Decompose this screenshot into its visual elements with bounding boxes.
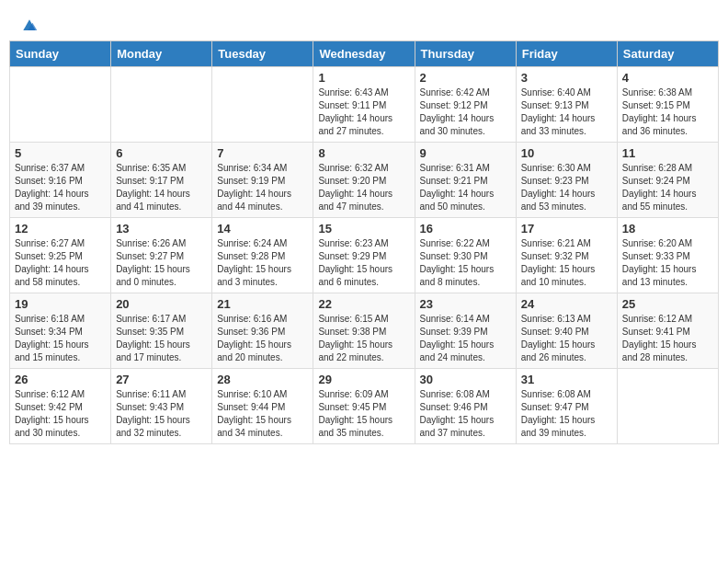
day-number: 18 bbox=[622, 222, 713, 236]
calendar-day-cell: 24Sunrise: 6:13 AM Sunset: 9:40 PM Dayli… bbox=[516, 293, 617, 369]
calendar-day-cell: 15Sunrise: 6:23 AM Sunset: 9:29 PM Dayli… bbox=[313, 218, 415, 293]
calendar-day-header: Wednesday bbox=[313, 41, 415, 67]
day-info: Sunrise: 6:18 AM Sunset: 9:34 PM Dayligh… bbox=[15, 313, 106, 364]
day-number: 10 bbox=[521, 146, 612, 160]
day-info: Sunrise: 6:09 AM Sunset: 9:45 PM Dayligh… bbox=[318, 388, 409, 440]
calendar-day-header: Saturday bbox=[617, 41, 718, 67]
calendar-day-cell: 5Sunrise: 6:37 AM Sunset: 9:16 PM Daylig… bbox=[10, 143, 111, 218]
day-number: 21 bbox=[217, 297, 308, 311]
calendar-header-row: SundayMondayTuesdayWednesdayThursdayFrid… bbox=[10, 41, 719, 67]
day-number: 3 bbox=[521, 71, 612, 85]
day-info: Sunrise: 6:42 AM Sunset: 9:12 PM Dayligh… bbox=[420, 86, 511, 138]
calendar-day-cell bbox=[111, 67, 212, 143]
day-info: Sunrise: 6:24 AM Sunset: 9:28 PM Dayligh… bbox=[217, 237, 308, 289]
calendar-day-cell: 22Sunrise: 6:15 AM Sunset: 9:38 PM Dayli… bbox=[313, 293, 415, 369]
day-number: 9 bbox=[420, 146, 511, 160]
day-number: 5 bbox=[15, 146, 106, 160]
calendar-day-cell: 11Sunrise: 6:28 AM Sunset: 9:24 PM Dayli… bbox=[617, 143, 718, 218]
calendar-day-cell: 2Sunrise: 6:42 AM Sunset: 9:12 PM Daylig… bbox=[415, 67, 516, 143]
day-number: 27 bbox=[116, 373, 207, 386]
day-info: Sunrise: 6:11 AM Sunset: 9:43 PM Dayligh… bbox=[116, 388, 207, 440]
day-number: 13 bbox=[116, 222, 207, 236]
calendar-day-cell: 4Sunrise: 6:38 AM Sunset: 9:15 PM Daylig… bbox=[617, 67, 718, 143]
day-number: 29 bbox=[318, 373, 409, 386]
calendar-day-cell: 8Sunrise: 6:32 AM Sunset: 9:20 PM Daylig… bbox=[313, 143, 415, 218]
day-number: 20 bbox=[116, 297, 207, 311]
calendar-day-header: Thursday bbox=[415, 41, 516, 67]
day-info: Sunrise: 6:34 AM Sunset: 9:19 PM Dayligh… bbox=[217, 162, 308, 213]
day-number: 25 bbox=[622, 297, 713, 311]
day-number: 8 bbox=[318, 146, 409, 160]
calendar-day-cell: 27Sunrise: 6:11 AM Sunset: 9:43 PM Dayli… bbox=[111, 369, 212, 444]
day-number: 26 bbox=[15, 373, 106, 386]
day-info: Sunrise: 6:10 AM Sunset: 9:44 PM Dayligh… bbox=[217, 388, 308, 440]
day-info: Sunrise: 6:16 AM Sunset: 9:36 PM Dayligh… bbox=[217, 313, 308, 364]
calendar-day-cell: 29Sunrise: 6:09 AM Sunset: 9:45 PM Dayli… bbox=[313, 369, 415, 444]
day-info: Sunrise: 6:08 AM Sunset: 9:47 PM Dayligh… bbox=[521, 388, 612, 440]
day-info: Sunrise: 6:17 AM Sunset: 9:35 PM Dayligh… bbox=[116, 313, 207, 364]
day-info: Sunrise: 6:20 AM Sunset: 9:33 PM Dayligh… bbox=[622, 237, 713, 289]
day-number: 4 bbox=[622, 71, 713, 85]
calendar-day-cell: 23Sunrise: 6:14 AM Sunset: 9:39 PM Dayli… bbox=[415, 293, 516, 369]
calendar-day-header: Friday bbox=[516, 41, 617, 67]
day-number: 16 bbox=[420, 222, 511, 236]
day-number: 2 bbox=[420, 71, 511, 85]
day-info: Sunrise: 6:23 AM Sunset: 9:29 PM Dayligh… bbox=[318, 237, 409, 289]
calendar-week-row: 1Sunrise: 6:43 AM Sunset: 9:11 PM Daylig… bbox=[10, 67, 719, 143]
day-number: 6 bbox=[116, 146, 207, 160]
calendar-day-header: Tuesday bbox=[212, 41, 313, 67]
day-info: Sunrise: 6:40 AM Sunset: 9:13 PM Dayligh… bbox=[521, 86, 612, 138]
logo bbox=[18, 17, 39, 31]
day-number: 17 bbox=[521, 222, 612, 236]
calendar-week-row: 5Sunrise: 6:37 AM Sunset: 9:16 PM Daylig… bbox=[10, 143, 719, 218]
calendar-week-row: 19Sunrise: 6:18 AM Sunset: 9:34 PM Dayli… bbox=[10, 293, 719, 369]
day-info: Sunrise: 6:22 AM Sunset: 9:30 PM Dayligh… bbox=[420, 237, 511, 289]
calendar-day-cell: 1Sunrise: 6:43 AM Sunset: 9:11 PM Daylig… bbox=[313, 67, 415, 143]
calendar-day-cell: 25Sunrise: 6:12 AM Sunset: 9:41 PM Dayli… bbox=[617, 293, 718, 369]
day-number: 15 bbox=[318, 222, 409, 236]
calendar-day-cell: 19Sunrise: 6:18 AM Sunset: 9:34 PM Dayli… bbox=[10, 293, 111, 369]
day-info: Sunrise: 6:14 AM Sunset: 9:39 PM Dayligh… bbox=[420, 313, 511, 364]
calendar-day-cell: 9Sunrise: 6:31 AM Sunset: 9:21 PM Daylig… bbox=[415, 143, 516, 218]
day-info: Sunrise: 6:43 AM Sunset: 9:11 PM Dayligh… bbox=[318, 86, 409, 138]
day-number: 12 bbox=[15, 222, 106, 236]
calendar-day-cell: 17Sunrise: 6:21 AM Sunset: 9:32 PM Dayli… bbox=[516, 218, 617, 293]
calendar-day-cell: 18Sunrise: 6:20 AM Sunset: 9:33 PM Dayli… bbox=[617, 218, 718, 293]
day-number: 28 bbox=[217, 373, 308, 386]
day-info: Sunrise: 6:26 AM Sunset: 9:27 PM Dayligh… bbox=[116, 237, 207, 289]
calendar-day-cell bbox=[10, 67, 111, 143]
day-info: Sunrise: 6:13 AM Sunset: 9:40 PM Dayligh… bbox=[521, 313, 612, 364]
day-info: Sunrise: 6:30 AM Sunset: 9:23 PM Dayligh… bbox=[521, 162, 612, 213]
day-info: Sunrise: 6:12 AM Sunset: 9:42 PM Dayligh… bbox=[15, 388, 106, 440]
calendar-day-cell: 21Sunrise: 6:16 AM Sunset: 9:36 PM Dayli… bbox=[212, 293, 313, 369]
calendar-day-cell bbox=[617, 369, 718, 444]
day-info: Sunrise: 6:35 AM Sunset: 9:17 PM Dayligh… bbox=[116, 162, 207, 213]
day-number: 7 bbox=[217, 146, 308, 160]
day-info: Sunrise: 6:32 AM Sunset: 9:20 PM Dayligh… bbox=[318, 162, 409, 213]
calendar-day-cell: 30Sunrise: 6:08 AM Sunset: 9:46 PM Dayli… bbox=[415, 369, 516, 444]
day-number: 24 bbox=[521, 297, 612, 311]
day-info: Sunrise: 6:28 AM Sunset: 9:24 PM Dayligh… bbox=[622, 162, 713, 213]
logo-icon bbox=[20, 17, 39, 35]
calendar-day-cell: 6Sunrise: 6:35 AM Sunset: 9:17 PM Daylig… bbox=[111, 143, 212, 218]
calendar-day-cell: 26Sunrise: 6:12 AM Sunset: 9:42 PM Dayli… bbox=[10, 369, 111, 444]
calendar-table: SundayMondayTuesdayWednesdayThursdayFrid… bbox=[9, 40, 719, 444]
calendar-day-cell: 10Sunrise: 6:30 AM Sunset: 9:23 PM Dayli… bbox=[516, 143, 617, 218]
day-info: Sunrise: 6:15 AM Sunset: 9:38 PM Dayligh… bbox=[318, 313, 409, 364]
day-info: Sunrise: 6:21 AM Sunset: 9:32 PM Dayligh… bbox=[521, 237, 612, 289]
calendar-day-cell bbox=[212, 67, 313, 143]
day-number: 31 bbox=[521, 373, 612, 386]
day-number: 11 bbox=[622, 146, 713, 160]
calendar-day-header: Monday bbox=[111, 41, 212, 67]
calendar-day-cell: 20Sunrise: 6:17 AM Sunset: 9:35 PM Dayli… bbox=[111, 293, 212, 369]
calendar-day-cell: 14Sunrise: 6:24 AM Sunset: 9:28 PM Dayli… bbox=[212, 218, 313, 293]
day-info: Sunrise: 6:31 AM Sunset: 9:21 PM Dayligh… bbox=[420, 162, 511, 213]
calendar-day-cell: 7Sunrise: 6:34 AM Sunset: 9:19 PM Daylig… bbox=[212, 143, 313, 218]
day-info: Sunrise: 6:37 AM Sunset: 9:16 PM Dayligh… bbox=[15, 162, 106, 213]
day-info: Sunrise: 6:12 AM Sunset: 9:41 PM Dayligh… bbox=[622, 313, 713, 364]
day-info: Sunrise: 6:27 AM Sunset: 9:25 PM Dayligh… bbox=[15, 237, 106, 289]
calendar-day-cell: 31Sunrise: 6:08 AM Sunset: 9:47 PM Dayli… bbox=[516, 369, 617, 444]
calendar-day-cell: 3Sunrise: 6:40 AM Sunset: 9:13 PM Daylig… bbox=[516, 67, 617, 143]
day-number: 23 bbox=[420, 297, 511, 311]
calendar-week-row: 12Sunrise: 6:27 AM Sunset: 9:25 PM Dayli… bbox=[10, 218, 719, 293]
